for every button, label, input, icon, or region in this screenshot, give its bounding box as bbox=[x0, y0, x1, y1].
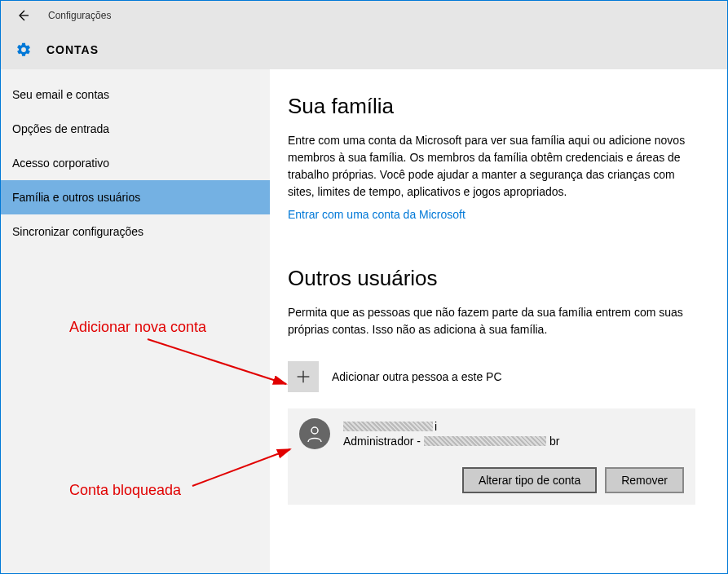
header-label: Configurações bbox=[48, 10, 111, 21]
sidebar-item-email-accounts[interactable]: Seu email e contas bbox=[1, 77, 270, 112]
sidebar-item-label: Sincronizar configurações bbox=[12, 225, 143, 238]
others-title: Outros usuários bbox=[288, 266, 703, 291]
sidebar-item-signin-options[interactable]: Opções de entrada bbox=[1, 112, 270, 146]
user-card-actions: Alterar tipo de conta Remover bbox=[299, 467, 684, 493]
person-icon bbox=[305, 424, 324, 444]
redacted-name bbox=[343, 422, 433, 431]
sidebar-item-label: Acesso corporativo bbox=[12, 157, 109, 170]
signin-ms-link[interactable]: Entrar com uma conta da Microsoft bbox=[288, 208, 465, 221]
page-title: CONTAS bbox=[46, 43, 99, 56]
family-title: Sua família bbox=[288, 94, 703, 119]
add-person-button[interactable]: Adicionar outra pessoa a este PC bbox=[288, 361, 703, 392]
sidebar: Seu email e contas Opções de entrada Ace… bbox=[1, 69, 270, 573]
remove-user-button[interactable]: Remover bbox=[605, 467, 684, 493]
plus-icon bbox=[288, 361, 319, 392]
back-button[interactable] bbox=[15, 8, 30, 23]
sidebar-item-work-access[interactable]: Acesso corporativo bbox=[1, 146, 270, 180]
other-users-section: Outros usuários Permita que as pessoas q… bbox=[288, 266, 703, 505]
sidebar-item-label: Família e outros usuários bbox=[12, 191, 140, 204]
sidebar-item-family-users[interactable]: Família e outros usuários bbox=[1, 180, 270, 214]
titlebar: Configurações bbox=[1, 1, 727, 30]
user-card-header: i Administrador - br bbox=[299, 418, 684, 449]
user-role: Administrador - br bbox=[343, 435, 684, 448]
add-person-label: Adicionar outra pessoa a este PC bbox=[332, 370, 502, 383]
svg-point-3 bbox=[311, 427, 318, 434]
sidebar-item-label: Seu email e contas bbox=[12, 88, 109, 101]
sidebar-item-label: Opções de entrada bbox=[12, 122, 109, 135]
redacted-email bbox=[424, 436, 546, 446]
user-name: i bbox=[343, 420, 684, 433]
user-info: i Administrador - br bbox=[343, 420, 684, 448]
gear-icon bbox=[15, 42, 32, 58]
main-panel: Sua família Entre com uma conta da Micro… bbox=[270, 69, 727, 573]
avatar bbox=[299, 418, 330, 449]
content: Seu email e contas Opções de entrada Ace… bbox=[1, 69, 727, 573]
sidebar-item-sync-settings[interactable]: Sincronizar configurações bbox=[1, 214, 270, 249]
family-section: Sua família Entre com uma conta da Micro… bbox=[288, 94, 703, 222]
others-description: Permita que as pessoas que não fazem par… bbox=[288, 304, 695, 338]
arrow-left-icon bbox=[16, 9, 29, 22]
user-card[interactable]: i Administrador - br Alterar tipo de con… bbox=[288, 408, 695, 505]
section-header: CONTAS bbox=[1, 30, 727, 69]
family-description: Entre com uma conta da Microsoft para ve… bbox=[288, 132, 695, 201]
change-account-type-button[interactable]: Alterar tipo de conta bbox=[462, 467, 597, 493]
